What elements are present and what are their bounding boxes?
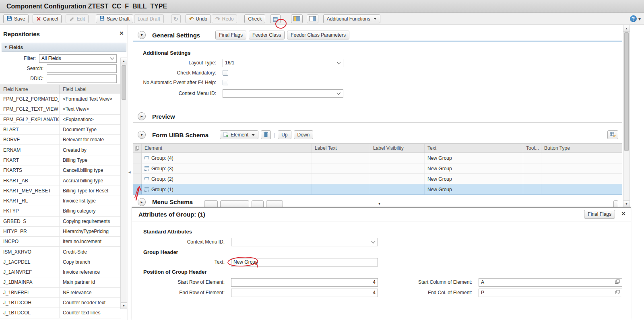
field-name-cell: GRBED_S: [0, 217, 60, 226]
scroll-up-icon[interactable]: ▲: [121, 58, 127, 64]
repo-table-row[interactable]: FPM_FGL2_FORMATED_...<Formatted Text Vie…: [0, 94, 121, 104]
final-flags-button[interactable]: Final Flags: [584, 210, 615, 219]
repo-table-row[interactable]: BLARTDocument Type: [0, 125, 121, 135]
panel-collapse-icon[interactable]: [128, 170, 131, 174]
scrollbar-thumb[interactable]: [624, 32, 629, 151]
general-settings-toggle[interactable]: [138, 31, 146, 39]
help-button[interactable]: ?: [630, 15, 637, 22]
value-help-icon[interactable]: [615, 279, 620, 285]
group-icon: [144, 166, 149, 171]
menu-schema-toggle[interactable]: [138, 198, 146, 206]
repo-table-row[interactable]: J_1BNFRELNF relevance: [0, 288, 121, 298]
row-selector-cell[interactable]: [133, 184, 142, 194]
row-selector-cell[interactable]: [133, 163, 142, 173]
field-name-cell: FKARTS: [0, 165, 60, 175]
start-col-input[interactable]: A: [479, 278, 622, 287]
repo-table-row[interactable]: J_1AINVREFInvoice reference: [0, 267, 121, 277]
row-selector-cell[interactable]: [133, 153, 142, 163]
repo-table-row[interactable]: FPM_FGL2_TEXT_VIEW<Text View>: [0, 104, 121, 114]
end-col-input[interactable]: P: [479, 289, 622, 297]
down-button[interactable]: Down: [294, 130, 314, 139]
feeder-class-button[interactable]: Feeder Class: [249, 31, 285, 39]
menu-schema-button[interactable]: [266, 200, 283, 208]
value-help-icon[interactable]: [615, 290, 620, 296]
splitter-collapse-icon[interactable]: [378, 202, 380, 206]
feeder-class-parameters-button[interactable]: Feeder Class Parameters: [287, 31, 349, 39]
fields-section-header[interactable]: Fields: [2, 43, 126, 52]
check-mandatory-checkbox[interactable]: [223, 70, 228, 76]
personalize-button[interactable]: [607, 130, 618, 139]
schema-row[interactable]: Group: (1)New Group: [133, 184, 622, 195]
repo-table-row[interactable]: J_1ACPDELCopy branch: [0, 257, 121, 267]
copy-icon: [133, 144, 142, 153]
schema-row[interactable]: Group: (2)New Group: [133, 174, 622, 184]
scroll-down-icon[interactable]: ▼: [623, 200, 630, 207]
start-row-input[interactable]: [231, 278, 378, 287]
repo-table-row[interactable]: FKART_RLInvoice list type: [0, 196, 121, 206]
repo-table-row[interactable]: ISM_XKRVOCredit-Side: [0, 247, 121, 257]
schema-row[interactable]: Group: (3)New Group: [133, 163, 622, 174]
no-auto-event-checkbox[interactable]: [223, 80, 228, 85]
repo-table-row[interactable]: J_1BTDCOLCounter text lines: [0, 308, 121, 318]
main-scrollbar[interactable]: ▲ ▼: [623, 25, 630, 207]
layout-one-button[interactable]: [291, 14, 303, 23]
up-button[interactable]: Up: [278, 130, 291, 139]
preview-toggle[interactable]: [138, 112, 146, 120]
repo-table-row[interactable]: J_1BTDCOHCounter header text: [0, 298, 121, 308]
layout-two-button[interactable]: [307, 14, 318, 23]
group-text-input[interactable]: [231, 258, 378, 266]
context-menu-dropdown[interactable]: [231, 238, 378, 246]
schema-row[interactable]: Group: (4)New Group: [133, 153, 622, 163]
repositories-close-icon[interactable]: [120, 30, 124, 37]
menu-schema-button[interactable]: [220, 200, 249, 208]
field-name-cell: FKART: [0, 155, 60, 165]
edit-button[interactable]: Edit: [66, 14, 89, 23]
save-draft-button[interactable]: Save Draft: [96, 14, 133, 23]
form-uibb-toggle[interactable]: [138, 131, 146, 139]
repo-table-row[interactable]: J_1BMAINPAMain partner id: [0, 277, 121, 287]
repo-table-row[interactable]: FKARTBilling Type: [0, 155, 121, 165]
search-input[interactable]: [47, 64, 117, 73]
final-flags-button[interactable]: Final Flags: [215, 31, 246, 39]
scroll-down-icon[interactable]: ▼: [121, 302, 127, 309]
check-button[interactable]: Check: [244, 14, 265, 23]
scrollbar-thumb[interactable]: [122, 65, 126, 100]
repo-table-row[interactable]: FPM_FGL2_EXPLANATION<Explanation>: [0, 115, 121, 125]
redo-button[interactable]: Redo: [212, 14, 237, 23]
personalize-button[interactable]: [613, 200, 618, 208]
add-element-icon: [223, 132, 229, 138]
ddic-input[interactable]: [47, 74, 117, 83]
repo-table-row[interactable]: FKARTSCancell.billing type: [0, 165, 121, 175]
repo-table-row[interactable]: FKTYPBilling category: [0, 206, 121, 216]
repositories-scrollbar[interactable]: ▲ ▼: [120, 58, 127, 309]
scroll-up-icon[interactable]: ▲: [623, 25, 630, 32]
repo-table-row[interactable]: GRBED_SCopying requirements: [0, 217, 121, 227]
refresh-button[interactable]: [171, 14, 181, 23]
context-menu-dropdown[interactable]: [223, 89, 343, 98]
field-name-cell: BORVF: [0, 135, 60, 145]
menu-schema-button[interactable]: [252, 200, 264, 208]
save-button[interactable]: Save: [3, 14, 29, 23]
repo-table-row[interactable]: HITYP_PRHierarchyTypePricing: [0, 227, 121, 237]
delete-button[interactable]: [261, 130, 271, 139]
repo-table-row[interactable]: INCPOItem no.increment: [0, 237, 121, 247]
menu-schema-button[interactable]: [204, 200, 218, 208]
load-draft-button[interactable]: Load Draft: [134, 14, 164, 23]
filter-dropdown[interactable]: All Fields: [39, 54, 117, 63]
cancel-button[interactable]: ✕ Cancel: [33, 14, 62, 23]
text-cell: New Group: [425, 153, 523, 163]
end-row-input[interactable]: [231, 289, 378, 297]
attributes-close-icon[interactable]: [621, 210, 625, 217]
repo-table-row[interactable]: FKART_ABAccrual billing type: [0, 175, 121, 186]
help-menu-chevron-icon[interactable]: [638, 17, 641, 21]
row-selector-cell[interactable]: [133, 174, 142, 184]
element-button[interactable]: Element: [220, 130, 258, 139]
layout-type-dropdown[interactable]: 16/1: [223, 59, 343, 67]
additional-functions-button[interactable]: Additional Functions: [323, 14, 380, 23]
repo-table-row[interactable]: FKART_MEV_RESETBilling Type for Reset: [0, 186, 121, 196]
repo-table-row[interactable]: ERNAMCreated by: [0, 145, 121, 155]
repo-table-row[interactable]: BORVFRelevant for rebate: [0, 135, 121, 145]
undo-button[interactable]: Undo: [186, 14, 211, 23]
table-view-button[interactable]: [270, 14, 280, 23]
field-label-cell: Billing category: [60, 206, 121, 216]
